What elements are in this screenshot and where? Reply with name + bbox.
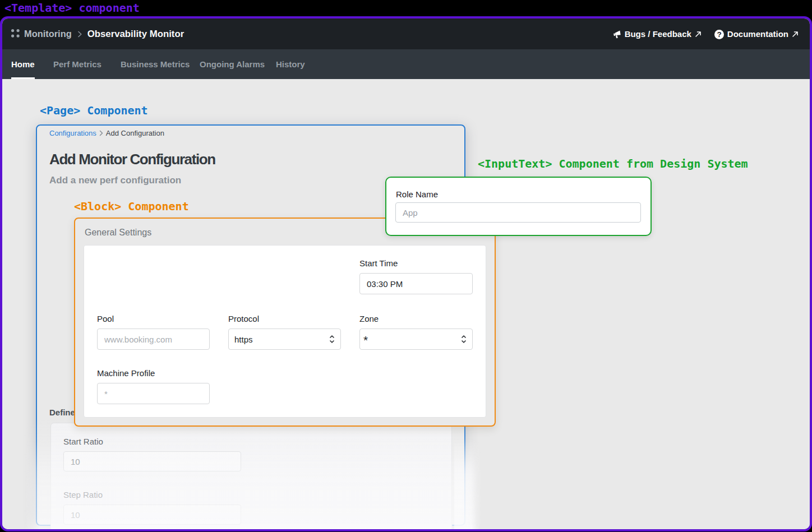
- general-settings-title: General Settings: [85, 228, 151, 238]
- help-circle-icon: ?: [714, 30, 724, 39]
- pool-label: Pool: [97, 314, 210, 323]
- svg-text:?: ?: [717, 30, 721, 39]
- select-chevrons-icon: [329, 335, 335, 343]
- zone-select[interactable]: *: [359, 329, 473, 350]
- breadcrumb-current: Add Configuration: [106, 129, 164, 137]
- documentation-link[interactable]: ? Documentation: [714, 29, 799, 39]
- inputtext-component-box: Role Name: [385, 177, 652, 236]
- breadcrumb-configurations-link[interactable]: Configurations: [49, 129, 96, 137]
- step-ratio-label: Step Ratio: [63, 491, 439, 499]
- step-ratio-input[interactable]: [63, 505, 241, 525]
- protocol-select[interactable]: https: [228, 329, 341, 350]
- role-name-label: Role Name: [395, 190, 642, 198]
- machine-profile-input[interactable]: [97, 383, 210, 404]
- start-time-field: Start Time: [359, 259, 473, 294]
- megaphone-icon: [613, 30, 621, 39]
- start-ratio-input[interactable]: [63, 451, 241, 471]
- zone-value: *: [363, 330, 461, 351]
- bugs-feedback-link[interactable]: Bugs / Feedback: [613, 29, 702, 39]
- zone-field: Zone *: [359, 314, 473, 350]
- start-time-label: Start Time: [359, 259, 473, 267]
- breadcrumb-chevron-icon: [78, 31, 82, 38]
- page-annotation: <Page> Component: [40, 104, 148, 117]
- protocol-field: Protocol https: [228, 314, 341, 350]
- role-name-input[interactable]: [395, 202, 641, 223]
- general-settings-card: Start Time Pool Protocol https: [84, 245, 486, 418]
- breadcrumb: Configurations Add Configuration: [49, 129, 452, 137]
- grid-menu-icon[interactable]: [11, 29, 20, 38]
- machine-profile-field: Machine Profile: [97, 369, 210, 404]
- documentation-label: Documentation: [727, 29, 788, 39]
- inputtext-annotation: <InputText> Component from Design System: [478, 157, 748, 170]
- page-content: <Page> Component Configurations Add Conf…: [2, 79, 810, 529]
- tab-perf-metrics[interactable]: Perf Metrics: [53, 49, 101, 79]
- tab-bar: Home Perf Metrics Business Metrics Ongoi…: [2, 49, 810, 79]
- bugs-feedback-label: Bugs / Feedback: [625, 29, 691, 39]
- start-ratio-field: Start Ratio: [63, 437, 439, 471]
- ratio-card: Start Ratio Step Ratio: [50, 423, 452, 529]
- page-header-title: Observability Monitor: [87, 29, 184, 40]
- tab-business-metrics[interactable]: Business Metrics: [121, 49, 190, 79]
- template-annotation: <Template> component: [4, 1, 140, 15]
- app-window: Monitoring Observability Monitor Bugs / …: [0, 16, 812, 531]
- start-time-input[interactable]: [359, 273, 473, 294]
- machine-profile-label: Machine Profile: [97, 369, 210, 377]
- external-link-icon: [792, 31, 799, 38]
- tab-ongoing-alarms[interactable]: Ongoing Alarms: [200, 49, 265, 79]
- block-annotation: <Block> Component: [74, 200, 189, 213]
- breadcrumb-app-name[interactable]: Monitoring: [24, 29, 72, 39]
- tab-home[interactable]: Home: [11, 49, 35, 79]
- top-header: Monitoring Observability Monitor Bugs / …: [2, 18, 810, 49]
- tab-history[interactable]: History: [276, 49, 305, 79]
- block-component-box: General Settings Start Time Pool Protoco…: [74, 218, 496, 427]
- pool-field: Pool: [97, 314, 210, 350]
- pool-input[interactable]: [97, 329, 210, 350]
- external-link-icon: [695, 31, 702, 38]
- select-chevrons-icon: [461, 335, 467, 343]
- start-ratio-label: Start Ratio: [63, 437, 439, 446]
- protocol-label: Protocol: [228, 314, 341, 323]
- define-section-heading: Define: [49, 408, 75, 417]
- step-ratio-field: Step Ratio: [63, 491, 439, 525]
- zone-label: Zone: [359, 314, 473, 323]
- protocol-value: https: [234, 335, 329, 344]
- page-title: Add Monitor Configuration: [49, 151, 452, 168]
- breadcrumb-chevron-icon: [99, 130, 103, 136]
